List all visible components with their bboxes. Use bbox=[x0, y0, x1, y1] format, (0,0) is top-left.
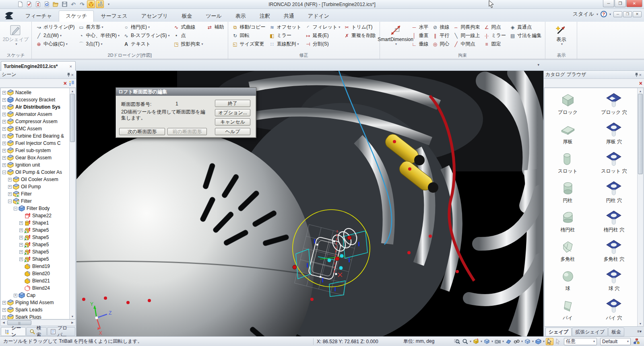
tree-item-Compressor Assem[interactable]: +Compressor Assem bbox=[1, 118, 69, 125]
ribbon-item-補助[interactable]: ⇄補助 bbox=[205, 23, 226, 31]
expander-icon[interactable]: + bbox=[19, 243, 23, 247]
tree-item-Air Distribution Sys[interactable]: +Air Distribution Sys bbox=[1, 103, 69, 111]
ribbon-item-水平[interactable]: ─水平 bbox=[409, 23, 430, 31]
expander-icon[interactable]: + bbox=[2, 127, 6, 131]
next-section-button[interactable]: 次の断面図形 bbox=[119, 128, 165, 135]
expander-icon[interactable]: + bbox=[2, 301, 6, 305]
expander-icon[interactable]: + bbox=[19, 257, 23, 261]
catalog-item-多角柱 穴[interactable]: 多角柱 穴 bbox=[591, 235, 637, 264]
tree-item-Shape1[interactable]: +Shape1 bbox=[1, 219, 69, 227]
tree-item-Oil Pump & Cooler As[interactable]: −Oil Pump & Cooler As bbox=[1, 169, 69, 176]
ribbon-item-サイズ変更[interactable]: ◱サイズ変更 bbox=[230, 40, 267, 48]
tab-共通[interactable]: 共通 bbox=[277, 10, 301, 22]
ribbon-item-3点(T)[interactable]: ⌒3点(T)▾ bbox=[76, 40, 121, 48]
tab-表示[interactable]: 表示 bbox=[229, 10, 253, 22]
facet-icon[interactable] bbox=[505, 338, 512, 345]
assembly-mode-icon[interactable] bbox=[535, 338, 542, 345]
tree-item-Cap[interactable]: +Cap bbox=[1, 292, 69, 299]
glasses-icon[interactable] bbox=[513, 338, 520, 345]
expander-icon[interactable]: + bbox=[2, 163, 6, 167]
expander-icon[interactable]: − bbox=[8, 200, 12, 203]
tree-item-Oil Cooler Assem[interactable]: +Oil Cooler Assem bbox=[1, 176, 69, 183]
catalog-tab-拡張シェイプ[interactable]: 拡張シェイプ bbox=[572, 327, 608, 336]
expander-icon[interactable]: + bbox=[19, 236, 23, 239]
tree-item-Accessory Bracket[interactable]: +Accessory Bracket bbox=[1, 96, 69, 103]
app-logo-icon[interactable] bbox=[0, 9, 19, 22]
ribbon-item-B-スプライン(S)[interactable]: ∿B-スプライン(S)▾ bbox=[121, 31, 171, 40]
camera-icon[interactable] bbox=[494, 338, 501, 345]
tree-item-Piping Mid Assem[interactable]: +Piping Mid Assem bbox=[1, 299, 69, 306]
expander-icon[interactable]: + bbox=[19, 250, 23, 254]
panel-tab-検索[interactable]: 検索 bbox=[26, 327, 47, 336]
tree-item-Oil Pump[interactable]: +Oil Pump bbox=[1, 183, 69, 190]
dropdown-icon[interactable]: ▾ bbox=[481, 340, 482, 343]
ribbon-item-平行[interactable]: ∥平行 bbox=[430, 31, 451, 40]
catalog-item-ring-h[interactable] bbox=[591, 323, 637, 327]
tab-アドイン[interactable]: アドイン bbox=[301, 10, 336, 22]
ribbon-item-ミラー[interactable]: ·|·ミラー bbox=[482, 31, 508, 40]
close-button[interactable]: ✕ bbox=[626, 0, 642, 7]
catalog-item-ブロック 穴[interactable]: ブロック 穴 bbox=[591, 88, 637, 117]
select-cursor-icon[interactable] bbox=[546, 338, 553, 345]
scroll-down-icon[interactable]: ▼ bbox=[70, 313, 75, 319]
tree-item-Filter[interactable]: +Filter bbox=[1, 190, 69, 198]
scroll-up-icon[interactable]: ▲ bbox=[70, 88, 75, 94]
catalog-item-多角柱[interactable]: 多角柱 bbox=[545, 235, 591, 264]
catalog-item-円柱[interactable]: 円柱 bbox=[545, 176, 591, 206]
expander-icon[interactable]: + bbox=[2, 315, 6, 319]
ribbon-item-投影拘束[interactable]: ◳投影拘束▾ bbox=[171, 40, 205, 48]
pin-icon[interactable] bbox=[67, 72, 70, 77]
ribbon-item-ポリライン(P)[interactable]: ↝ポリライン(P) bbox=[34, 23, 76, 31]
expander-icon[interactable]: + bbox=[2, 105, 6, 109]
triball-toggle-icon[interactable] bbox=[87, 0, 95, 8]
catalog-item-球 穴[interactable]: 球 穴 bbox=[591, 264, 637, 294]
document-tab-close-icon[interactable]: × bbox=[69, 64, 73, 69]
tree-item-Alternator Assem[interactable]: +Alternator Assem bbox=[1, 111, 69, 118]
ribbon-item-直線配列[interactable]: ∷直線配列▾ bbox=[267, 40, 303, 48]
tab-アセンブリ[interactable]: アセンブリ bbox=[134, 10, 175, 22]
help-icon[interactable]: ? bbox=[601, 11, 607, 17]
quick-access-overflow-icon[interactable]: ▾ bbox=[108, 2, 109, 6]
expander-icon[interactable]: + bbox=[19, 229, 23, 232]
zoom-icon[interactable] bbox=[462, 338, 469, 345]
expander-icon[interactable]: + bbox=[8, 192, 12, 196]
expander-icon[interactable]: + bbox=[2, 98, 6, 102]
cancel-button[interactable]: キャンセル bbox=[215, 118, 250, 126]
catalog-item-楕円柱 穴[interactable]: 楕円柱 穴 bbox=[591, 206, 637, 235]
tab-サーフェス[interactable]: サーフェス bbox=[94, 10, 134, 22]
tree-item-Shape5[interactable]: +Shape5 bbox=[1, 241, 69, 248]
catalog-item-ブロック[interactable]: ブロック bbox=[545, 88, 591, 117]
ribbon-item-延長(E)[interactable]: ↦延長(E) bbox=[303, 31, 342, 40]
document-tab-list-icon[interactable]: ▾ bbox=[537, 63, 539, 67]
ribbon-item-同心[interactable]: ◎同心 bbox=[430, 40, 451, 48]
expander-icon[interactable]: + bbox=[8, 185, 12, 189]
expander-icon[interactable]: + bbox=[2, 156, 6, 160]
tree-item-Fuel sub-system[interactable]: +Fuel sub-system bbox=[1, 147, 69, 154]
ribbon-item-2点(W)[interactable]: ╱2点(W)▾ bbox=[34, 31, 76, 40]
expander-icon[interactable]: + bbox=[8, 178, 12, 181]
expander-icon[interactable]: + bbox=[2, 113, 6, 116]
tab-板金[interactable]: 板金 bbox=[175, 10, 199, 22]
ribbon-item-点[interactable]: •点 bbox=[171, 31, 205, 40]
scroll-right-icon[interactable]: ▶ bbox=[70, 320, 75, 325]
alt-cursor-icon[interactable] bbox=[555, 338, 561, 345]
ribbon-item-同一線上[interactable]: ╲同一線上 bbox=[451, 31, 482, 40]
catalog-close-icon[interactable]: × bbox=[638, 72, 642, 77]
tree-item-Shape5[interactable]: +Shape5 bbox=[1, 255, 69, 263]
expander-icon[interactable]: − bbox=[2, 171, 6, 174]
shaded-cube-icon[interactable] bbox=[473, 338, 479, 345]
catalog-item-厚板[interactable]: 厚板 bbox=[545, 117, 591, 147]
tree-item-Fuel Injector Coms C[interactable]: +Fuel Injector Coms C bbox=[1, 140, 69, 147]
big-button-SmartDimension[interactable]: SmartDimension▾ bbox=[382, 23, 409, 52]
catalog-item-パイ[interactable]: パイ bbox=[545, 294, 591, 323]
ribbon-item-トリム(T)[interactable]: ✂トリム(T) bbox=[342, 23, 377, 31]
tree-item-Nacelle[interactable]: +Nacelle bbox=[1, 89, 69, 96]
new-scene-icon[interactable] bbox=[16, 0, 24, 8]
dropdown-icon[interactable]: ▾ bbox=[521, 340, 523, 343]
catalog-tab-overflow-icon[interactable]: ≡▾ bbox=[637, 329, 642, 334]
ribbon-item-長方形[interactable]: ▭長方形▾ bbox=[76, 23, 121, 31]
dropdown-icon[interactable]: ▾ bbox=[532, 340, 534, 343]
open-icon[interactable] bbox=[52, 0, 60, 8]
tree-item-Blend24[interactable]: Blend24 bbox=[1, 284, 69, 292]
tree-horizontal-scrollbar[interactable]: ◀ ||| ▶ bbox=[0, 319, 76, 326]
